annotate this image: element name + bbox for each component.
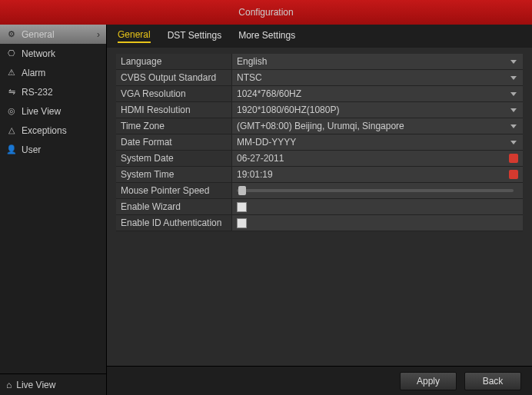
label-mouse: Mouse Pointer Speed (116, 185, 231, 196)
serial-icon: ⇋ (6, 87, 17, 98)
label-tz: Time Zone (116, 121, 231, 131)
window-title: Configuration (238, 7, 293, 18)
config-window: Configuration ⚙ General › ⎔ Network ⚠ Al… (0, 0, 532, 395)
eye-icon: ◎ (6, 106, 17, 117)
sidebar-item-label: Alarm (22, 68, 45, 78)
gear-icon: ⚙ (6, 29, 17, 40)
sidebar-item-label: Network (22, 48, 55, 59)
label-datefmt: Date Format (116, 137, 231, 148)
value-vga: 1024*768/60HZ (237, 88, 301, 99)
value-tz: (GMT+08:00) Beijing, Urumqi, Singapore (237, 121, 404, 131)
chevron-right-icon: › (97, 29, 100, 40)
home-icon: ⌂ (6, 380, 12, 390)
sidebar-spacer (0, 159, 106, 373)
row-wizard: Enable Wizard (116, 199, 523, 215)
label-sysdate: System Date (116, 153, 231, 164)
clock-icon[interactable] (509, 170, 518, 179)
sidebar-item-alarm[interactable]: ⚠ Alarm (0, 63, 106, 82)
sidebar-item-label: User (22, 144, 41, 155)
mouse-speed-slider[interactable] (237, 189, 514, 192)
alarm-icon: ⚠ (6, 68, 17, 78)
label-cvbs: CVBS Output Standard (116, 72, 231, 83)
sidebar-item-label: General (22, 29, 55, 40)
value-hdmi: 1920*1080/60HZ(1080P) (237, 105, 339, 115)
wizard-checkbox[interactable] (237, 202, 247, 212)
content: Language English CVBS Output Standard NT… (107, 48, 532, 366)
main: General DST Settings More Settings Langu… (106, 25, 532, 395)
field-sysdate[interactable]: 06-27-2011 (231, 151, 523, 166)
row-datefmt: Date Format MM-DD-YYYY (116, 134, 523, 151)
field-tz[interactable]: (GMT+08:00) Beijing, Urumqi, Singapore (231, 118, 523, 134)
field-systime[interactable]: 19:01:19 (231, 167, 523, 182)
apply-button[interactable]: Apply (400, 372, 457, 390)
sidebar-item-general[interactable]: ⚙ General › (0, 25, 106, 44)
label-hdmi: HDMI Resolution (116, 105, 231, 115)
sidebar: ⚙ General › ⎔ Network ⚠ Alarm ⇋ RS-232 ◎… (0, 25, 106, 395)
slider-thumb[interactable] (238, 186, 246, 195)
sidebar-item-liveview[interactable]: ◎ Live View (0, 101, 106, 121)
row-systime: System Time 19:01:19 (116, 167, 523, 183)
user-icon: 👤 (6, 144, 17, 155)
row-vga: VGA Resolution 1024*768/60HZ (116, 86, 523, 102)
label-wizard: Enable Wizard (116, 201, 231, 212)
row-tz: Time Zone (GMT+08:00) Beijing, Urumqi, S… (116, 118, 523, 134)
warning-icon: △ (6, 125, 17, 136)
row-sysdate: System Date 06-27-2011 (116, 151, 523, 167)
tab-dst[interactable]: DST Settings (168, 30, 221, 42)
back-button[interactable]: Back (464, 372, 521, 390)
value-language: English (237, 56, 267, 67)
tab-general[interactable]: General (118, 29, 151, 43)
label-vga: VGA Resolution (116, 88, 231, 99)
label-systime: System Time (116, 169, 231, 180)
field-language[interactable]: English (231, 54, 523, 69)
network-icon: ⎔ (6, 48, 17, 59)
calendar-icon[interactable] (509, 154, 518, 163)
idauth-checkbox[interactable] (237, 218, 247, 228)
field-datefmt[interactable]: MM-DD-YYYY (231, 134, 523, 150)
field-vga[interactable]: 1024*768/60HZ (231, 86, 523, 101)
row-language: Language English (116, 54, 523, 70)
body: ⚙ General › ⎔ Network ⚠ Alarm ⇋ RS-232 ◎… (0, 25, 532, 395)
value-sysdate: 06-27-2011 (237, 153, 284, 164)
value-systime: 19:01:19 (237, 169, 273, 180)
row-idauth: Enable ID Authentication (116, 215, 523, 231)
field-idauth (231, 215, 523, 231)
sidebar-item-label: Exceptions (22, 125, 67, 136)
value-cvbs: NTSC (237, 72, 262, 83)
field-cvbs[interactable]: NTSC (231, 70, 523, 85)
sidebar-item-exceptions[interactable]: △ Exceptions (0, 121, 106, 140)
field-mouse[interactable] (231, 183, 523, 198)
row-cvbs: CVBS Output Standard NTSC (116, 70, 523, 86)
tab-more[interactable]: More Settings (238, 30, 295, 42)
sidebar-item-label: Live View (22, 106, 61, 117)
titlebar: Configuration (0, 0, 532, 25)
field-wizard (231, 199, 523, 214)
value-datefmt: MM-DD-YYYY (237, 137, 296, 148)
sidebar-bottom-liveview[interactable]: ⌂ Live View (0, 373, 106, 395)
footer: Apply Back (107, 366, 532, 395)
sidebar-item-network[interactable]: ⎔ Network (0, 44, 106, 63)
tabs: General DST Settings More Settings (107, 25, 532, 48)
sidebar-item-user[interactable]: 👤 User (0, 140, 106, 159)
label-language: Language (116, 56, 231, 67)
field-hdmi[interactable]: 1920*1080/60HZ(1080P) (231, 102, 523, 118)
sidebar-bottom-label: Live View (16, 380, 55, 390)
sidebar-item-rs232[interactable]: ⇋ RS-232 (0, 82, 106, 101)
row-mouse: Mouse Pointer Speed (116, 183, 523, 199)
label-idauth: Enable ID Authentication (116, 217, 231, 228)
sidebar-item-label: RS-232 (22, 87, 53, 98)
row-hdmi: HDMI Resolution 1920*1080/60HZ(1080P) (116, 102, 523, 118)
